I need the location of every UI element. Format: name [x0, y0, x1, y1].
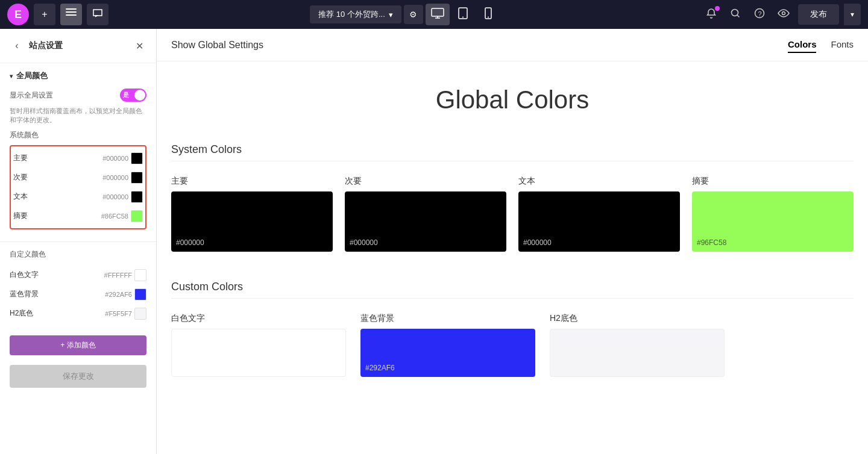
accent-color-hex: #86FC58: [101, 213, 128, 220]
system-color-row-secondary: 次要 #000000: [13, 168, 143, 187]
primary-color-label: 主要: [13, 153, 28, 163]
comments-button[interactable]: [87, 4, 108, 25]
white-text-right: #FFFFFF: [104, 269, 146, 281]
add-element-button[interactable]: +: [34, 4, 55, 25]
blue-bg-hex: #292AF6: [105, 291, 132, 298]
white-text-swatch[interactable]: [134, 269, 146, 281]
color-card-accent-label: 摘要: [692, 176, 854, 187]
secondary-color-right: #000000: [102, 172, 143, 184]
h2-bg-swatch[interactable]: [134, 308, 146, 320]
svg-point-5: [462, 17, 464, 18]
toggle-hint-text: 暂时用样式指南覆盖画布，以预览对全局颜色和字体的更改。: [10, 107, 146, 125]
add-color-button[interactable]: + 添加颜色: [10, 335, 146, 355]
blue-bg-right: #292AF6: [105, 288, 146, 300]
gear-icon: ⚙: [409, 10, 417, 19]
tablet-icon: [458, 7, 468, 22]
color-card-text-label: 文本: [518, 176, 680, 187]
color-card-secondary-swatch[interactable]: #000000: [345, 191, 506, 252]
app-logo[interactable]: E: [7, 4, 29, 25]
blue-bg-label: 蓝色背景: [10, 289, 39, 299]
notifications-button[interactable]: [702, 5, 721, 24]
sidebar-close-button[interactable]: ✕: [132, 39, 146, 53]
tablet-view-button[interactable]: [451, 4, 475, 25]
svg-rect-3: [432, 8, 444, 16]
system-color-row-text: 文本 #000000: [13, 187, 143, 207]
search-icon: [730, 8, 741, 21]
toolbar-center: 推荐 10 个外贸跨... ▾ ⚙: [113, 4, 697, 25]
custom-card-blue-label: 蓝色背景: [360, 313, 535, 324]
system-colors-grid: 主要 #000000 次要 #000000 文本: [171, 176, 854, 252]
primary-color-hex: #000000: [102, 155, 128, 162]
blue-bg-swatch[interactable]: [134, 288, 146, 300]
svg-point-8: [732, 10, 738, 16]
global-colors-section-title[interactable]: ▾ 全局颜色: [10, 70, 146, 81]
sidebar-back-button[interactable]: ‹: [10, 39, 24, 53]
toggle-knob: [134, 90, 145, 101]
custom-color-row-blue: 蓝色背景 #292AF6: [10, 285, 146, 304]
layers-button[interactable]: [60, 4, 82, 25]
custom-card-blue: 蓝色背景 #292AF6: [360, 313, 535, 377]
secondary-color-swatch[interactable]: [131, 172, 143, 184]
mobile-icon: [485, 7, 492, 22]
help-button[interactable]: ?: [750, 5, 769, 24]
section-arrow-icon: ▾: [10, 73, 13, 79]
color-card-accent-swatch[interactable]: #96FC58: [692, 191, 854, 252]
svg-point-7: [488, 17, 489, 18]
custom-card-h2: H2底色: [550, 313, 725, 377]
notification-badge: [715, 6, 720, 11]
toggle-label: 显示全局设置: [10, 90, 53, 101]
color-card-primary: 主要 #000000: [171, 176, 333, 252]
tab-fonts[interactable]: Fonts: [831, 37, 854, 53]
custom-colors-subsection-title: 自定义颜色: [10, 249, 146, 260]
layers-icon: [66, 8, 77, 20]
text-color-hex: #000000: [102, 193, 128, 201]
custom-card-h2-swatch[interactable]: [550, 329, 725, 377]
publish-button[interactable]: 发布: [798, 4, 839, 25]
svg-text:?: ?: [758, 10, 762, 17]
mobile-view-button[interactable]: [476, 4, 500, 25]
desktop-view-button[interactable]: [426, 4, 450, 25]
color-card-secondary-label: 次要: [345, 176, 506, 187]
toolbar-right: ? 发布 ▾: [702, 4, 861, 25]
custom-colors-section: 自定义颜色 白色文字 #FFFFFF 蓝色背景 #292AF6 H2底色 #F5…: [0, 242, 156, 331]
tab-colors[interactable]: Colors: [788, 37, 817, 53]
chat-icon: [92, 8, 103, 20]
color-card-accent-hex: #96FC58: [697, 238, 726, 247]
content-body: Global Colors System Colors 主要 #000000 次…: [157, 61, 868, 454]
custom-colors-grid: 白色文字 蓝色背景 #292AF6 H2底色: [171, 313, 854, 377]
main-area: ‹ 站点设置 ✕ ▾ 全局颜色 显示全局设置 是 暂时用样式指南覆盖画布，以预: [0, 29, 868, 454]
accent-color-swatch[interactable]: [131, 210, 143, 222]
system-color-row-primary: 主要 #000000: [13, 149, 143, 168]
save-changes-button[interactable]: 保存更改: [10, 365, 146, 388]
page-selector[interactable]: 推荐 10 个外贸跨... ▾: [310, 5, 401, 23]
text-color-right: #000000: [102, 191, 143, 203]
page-settings-button[interactable]: ⚙: [404, 5, 423, 24]
content-area: Show Global Settings Colors Fonts Global…: [157, 29, 868, 454]
white-text-hex: #FFFFFF: [104, 272, 132, 279]
primary-color-swatch[interactable]: [131, 152, 143, 164]
sidebar: ‹ 站点设置 ✕ ▾ 全局颜色 显示全局设置 是 暂时用样式指南覆盖画布，以预: [0, 29, 157, 454]
publish-dropdown-button[interactable]: ▾: [844, 4, 861, 25]
color-card-primary-swatch[interactable]: #000000: [171, 191, 333, 252]
color-card-secondary: 次要 #000000: [345, 176, 506, 252]
svg-rect-1: [66, 11, 77, 13]
secondary-color-label: 次要: [13, 172, 28, 182]
custom-card-white-swatch[interactable]: [171, 329, 346, 377]
svg-rect-0: [66, 8, 77, 10]
custom-color-row-white: 白色文字 #FFFFFF: [10, 266, 146, 285]
color-card-secondary-hex: #000000: [350, 238, 378, 247]
custom-colors-display-title: Custom Colors: [171, 281, 854, 299]
accent-color-label: 摘要: [13, 211, 28, 221]
custom-card-blue-hex: #292AF6: [365, 364, 395, 372]
show-global-settings-toggle[interactable]: 是: [120, 89, 146, 102]
preview-button[interactable]: [774, 5, 793, 24]
color-card-text-swatch[interactable]: #000000: [518, 191, 680, 252]
system-colors-display-title: System Colors: [171, 143, 854, 161]
custom-card-blue-swatch[interactable]: #292AF6: [360, 329, 535, 377]
show-global-settings-toggle-row: 显示全局设置 是: [10, 89, 146, 102]
text-color-swatch[interactable]: [131, 191, 143, 203]
system-color-row-accent: 摘要 #86FC58: [13, 207, 143, 226]
sidebar-header-left: ‹ 站点设置: [10, 39, 63, 53]
search-button[interactable]: [726, 5, 745, 24]
desktop-icon: [431, 8, 444, 21]
